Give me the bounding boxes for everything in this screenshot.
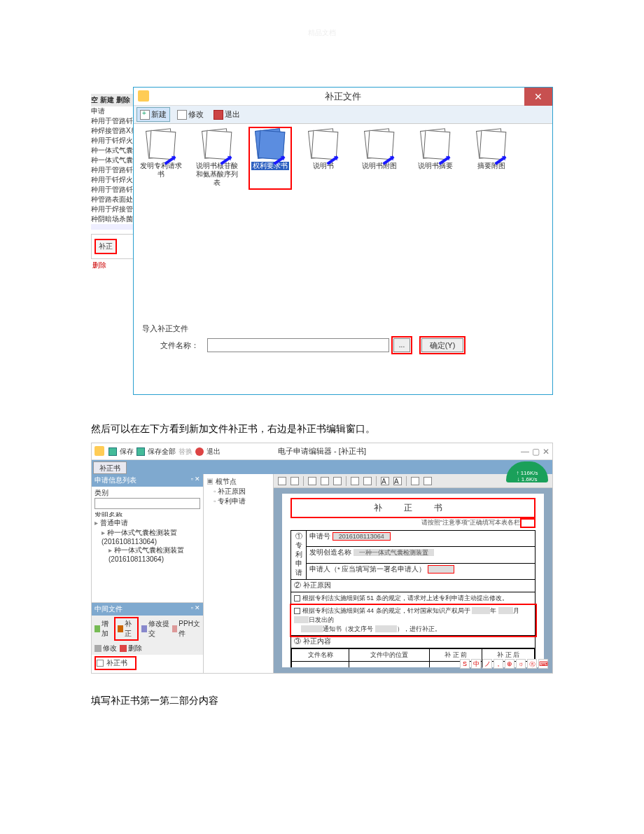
table-icon[interactable]	[351, 477, 359, 485]
doc-type-label: 摘要附图	[477, 162, 505, 170]
checkbox-44[interactable]	[294, 608, 300, 614]
doc-type-item[interactable]: 说明书	[302, 130, 345, 187]
applicant-value[interactable]	[428, 565, 454, 574]
ime-sogou-icon[interactable]: S	[460, 659, 470, 669]
document-page[interactable]: 补 正 书 请按照"注意事项"正确填写本表各栏 ①专利申请 申请号 201610…	[282, 494, 544, 667]
doc-type-item[interactable]: 说明书附图	[358, 130, 401, 187]
ime-skin-icon[interactable]: ☼	[516, 659, 526, 669]
filename-input[interactable]	[207, 338, 389, 352]
save-icon	[108, 447, 117, 456]
exit-button[interactable]: 退出	[206, 447, 220, 457]
filename-label: 文件名称：	[139, 340, 203, 351]
checkbox-51[interactable]	[294, 595, 300, 602]
close-icon[interactable]: ✕	[524, 88, 552, 106]
browse-button[interactable]: ...	[393, 338, 410, 352]
fix-button[interactable]: 补正	[114, 617, 138, 641]
pin-icon[interactable]: ▫	[191, 604, 193, 614]
cut-icon[interactable]	[308, 477, 316, 485]
edit-icon	[177, 110, 187, 120]
paste-icon[interactable]	[333, 477, 342, 485]
split-icon[interactable]	[363, 477, 372, 485]
rule44-text: 根据专利法实施细则第 44 条的规定，针对国家知识产权局于	[302, 607, 470, 614]
delete-button[interactable]: 删除	[120, 644, 142, 653]
invention-name-value[interactable]: 一种一体式气囊检测装置	[354, 549, 434, 556]
app-list-header: 申请信息列表▫✕	[92, 474, 203, 487]
saveall-button[interactable]: 保存全部	[148, 447, 176, 457]
document-icon	[256, 130, 284, 160]
appnum-label: 申请号	[309, 532, 330, 540]
modify-button[interactable]: 修改提交	[141, 619, 169, 639]
notice-field[interactable]	[301, 625, 323, 632]
ok-button[interactable]: 确定(Y)	[421, 338, 463, 352]
exit-button[interactable]: 退出	[211, 108, 243, 121]
dialog-toolbar: 新建 修改 退出	[134, 106, 552, 124]
section-1-label: ①专利申请	[291, 531, 307, 580]
left-panel: 申请信息列表▫✕ 类别 发明名称 申请号 搜索 清空 新建 删除 普通申请 种一…	[92, 474, 204, 673]
save-button[interactable]: 保存	[120, 447, 134, 457]
application-tree[interactable]: 普通申请 种一体式气囊检测装置(2016108113064) 种一体式气囊检测装…	[92, 517, 203, 602]
doc-type-item[interactable]: 说明书摘要	[414, 130, 457, 187]
docno-field[interactable]	[375, 625, 397, 632]
btn-delete[interactable]: 删除	[92, 261, 106, 269]
btn-buzheng[interactable]: 补正	[94, 239, 117, 254]
ime-keyboard-icon[interactable]: ⌨	[538, 659, 548, 669]
add-button[interactable]: 增加	[94, 619, 111, 639]
pph-button[interactable]: PPH文件	[172, 619, 200, 639]
close-icon[interactable]: ✕	[195, 604, 200, 614]
doc-type-label: 说明书核苷酸和氨基酸序列表	[195, 162, 239, 187]
tree-root: 根节点	[206, 477, 270, 487]
doc-type-item[interactable]: 摘要附图	[470, 130, 513, 187]
filter-fields: 类别 发明名称 申请号 搜索 清空 新建 删除	[92, 487, 203, 517]
ime-punct-icon[interactable]: ノ	[482, 659, 492, 669]
day-field[interactable]	[294, 616, 309, 623]
saveall-icon	[136, 447, 145, 456]
copy-icon[interactable]	[321, 477, 329, 485]
close-icon[interactable]: ✕	[195, 475, 200, 485]
doc-type-item-selected[interactable]: 权利要求书	[248, 127, 292, 190]
new-button[interactable]: 新建	[136, 107, 170, 122]
appnum-value[interactable]: 2016108113064	[332, 532, 391, 541]
rule51-text: 根据专利法实施细则第 51 条的规定，请求对上述专利申请主动提出修改。	[302, 595, 508, 602]
ime-toolbar[interactable]: S 中 ノ , ⊕ ☼ ㊔ ⌨	[460, 659, 548, 669]
form-title: 补 正 书	[290, 498, 536, 518]
a-icon[interactable]: A	[381, 477, 389, 485]
category-select[interactable]	[94, 498, 200, 509]
zoom-icon[interactable]	[411, 477, 419, 485]
ime-logo-icon[interactable]: ㊔	[527, 659, 537, 669]
a2-icon[interactable]: A	[393, 477, 402, 485]
tab-correction[interactable]: 补正书	[93, 461, 127, 474]
window-controls[interactable]: —▢✕	[521, 447, 550, 457]
replace-button[interactable]: 替换	[178, 447, 192, 457]
doc-type-label: 权利要求书	[251, 162, 289, 170]
ime-lang-icon[interactable]: 中	[471, 659, 481, 669]
pin-icon[interactable]: ▫	[191, 475, 193, 485]
doc-type-item[interactable]: 说明书核苷酸和氨基酸序列表	[195, 130, 239, 187]
edit-button[interactable]: 修改	[174, 108, 206, 121]
document-icon	[309, 130, 337, 160]
dialog-title: 补正文件	[325, 90, 361, 103]
midfile-header: 中间文件	[94, 604, 122, 614]
structure-tree[interactable]: 根节点 补正原因 专利申请	[204, 474, 274, 673]
minimize-icon: —	[521, 447, 529, 457]
instruction-text-1: 然后可以在左下方看到新加文件补正书，右边是补正书编辑窗口。	[91, 423, 553, 436]
app-icon	[94, 446, 104, 456]
doc-type-item[interactable]: 发明专利请求书	[139, 130, 183, 187]
redo-icon[interactable]	[290, 477, 299, 485]
document-icon	[147, 130, 175, 160]
month-field[interactable]	[498, 607, 513, 614]
edit-button[interactable]: 修改	[94, 644, 117, 653]
ime-comma-icon[interactable]: ,	[493, 659, 503, 669]
print-icon[interactable]	[424, 477, 432, 485]
file-row-correction[interactable]: 补正书	[94, 656, 136, 670]
category-label: 类别	[94, 488, 200, 498]
editor-titlebar: 保存 保存全部 替换 退出 电子申请编辑器 - [补正书] —▢✕	[92, 443, 552, 460]
dialog-titlebar: 补正文件 ✕	[134, 88, 552, 106]
maximize-icon: ▢	[532, 447, 540, 457]
instruction-text-2: 填写补正书第一第二部分内容	[91, 695, 553, 707]
ime-add-icon[interactable]: ⊕	[505, 659, 514, 669]
undo-icon[interactable]	[278, 477, 286, 485]
import-section: 导入补正文件 文件名称： ... 确定(Y)	[139, 327, 547, 359]
checkbox-icon[interactable]	[97, 660, 104, 667]
tree-app-child: 种一体式气囊检测装置(2016108113064)	[94, 545, 200, 563]
year-field[interactable]	[472, 607, 490, 614]
